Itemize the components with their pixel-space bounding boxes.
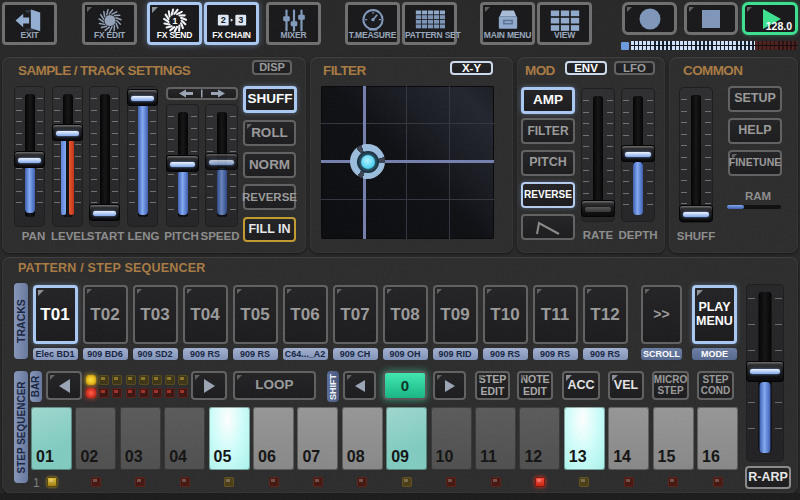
svg-text:2: 2 [220, 15, 225, 25]
svg-text:1: 1 [172, 16, 177, 26]
svg-text:3: 3 [238, 15, 243, 25]
